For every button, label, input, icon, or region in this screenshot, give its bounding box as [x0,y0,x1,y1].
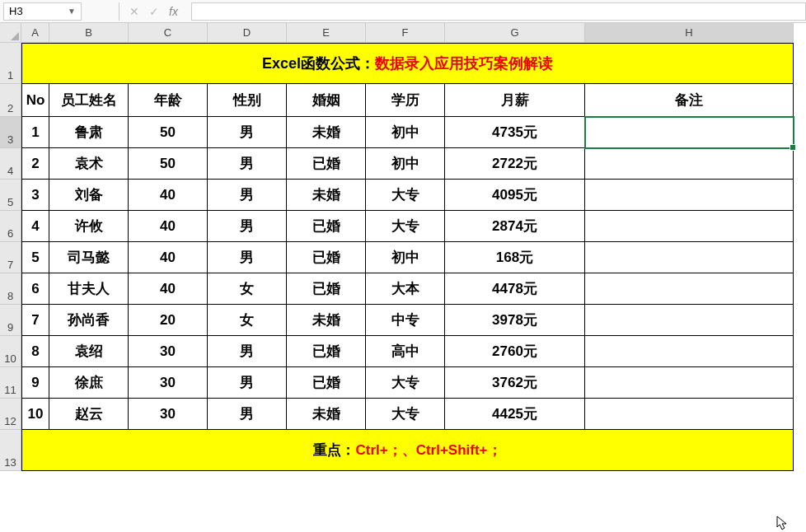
cell-no[interactable]: 7 [21,305,49,336]
cancel-icon[interactable]: ✕ [129,5,139,18]
cell-gender[interactable]: 男 [208,367,287,399]
column-header-G[interactable]: G [445,23,585,43]
cell-gender[interactable]: 女 [208,273,287,305]
cell-education[interactable]: 大专 [366,399,445,430]
cell-remark[interactable] [585,117,794,148]
cell-education[interactable]: 高中 [366,336,445,367]
cell-no[interactable]: 3 [21,180,49,211]
cell-age[interactable]: 40 [129,242,208,273]
cell-education[interactable]: 大专 [366,180,445,211]
cell-gender[interactable]: 男 [208,242,287,273]
cell-name[interactable]: 鲁肃 [49,117,129,148]
cell-remark[interactable] [585,367,794,399]
cell-gender[interactable]: 女 [208,305,287,336]
cell-remark[interactable] [585,273,794,305]
cell-salary[interactable]: 4425元 [445,399,585,430]
cell-marriage[interactable]: 已婚 [287,336,366,367]
cell-marriage[interactable]: 已婚 [287,148,366,180]
cell-age[interactable]: 30 [129,367,208,399]
cell-no[interactable]: 1 [21,117,49,148]
cell-remark[interactable] [585,305,794,336]
cell-remark[interactable] [585,148,794,180]
column-header-F[interactable]: F [366,23,445,43]
cell-name[interactable]: 许攸 [49,211,129,242]
cell-remark[interactable] [585,242,794,273]
column-header-C[interactable]: C [129,23,208,43]
header-no[interactable]: No [21,84,49,117]
cell-no[interactable]: 2 [21,148,49,180]
cell-education[interactable]: 大专 [366,211,445,242]
row-header-12[interactable]: 12 [0,399,21,430]
cell-remark[interactable] [585,211,794,242]
cell-no[interactable]: 10 [21,399,49,430]
cell-salary[interactable]: 3762元 [445,367,585,399]
column-header-D[interactable]: D [208,23,287,43]
cell-remark[interactable] [585,180,794,211]
cell-age[interactable]: 20 [129,305,208,336]
cell-education[interactable]: 中专 [366,305,445,336]
name-box[interactable]: H3 ▼ [3,2,82,21]
row-header-2[interactable]: 2 [0,84,21,117]
cell-education[interactable]: 初中 [366,148,445,180]
header-age[interactable]: 年龄 [129,84,208,117]
cell-gender[interactable]: 男 [208,399,287,430]
row-header-3[interactable]: 3 [0,117,21,148]
name-box-dropdown-icon[interactable]: ▼ [68,7,76,16]
cell-education[interactable]: 初中 [366,117,445,148]
cell-age[interactable]: 30 [129,399,208,430]
row-header-11[interactable]: 11 [0,367,21,399]
cell-age[interactable]: 40 [129,211,208,242]
row-header-6[interactable]: 6 [0,211,21,242]
cell-gender[interactable]: 男 [208,211,287,242]
header-gender[interactable]: 性别 [208,84,287,117]
cell-remark[interactable] [585,336,794,367]
cell-age[interactable]: 40 [129,273,208,305]
cell-age[interactable]: 50 [129,148,208,180]
row-header-1[interactable]: 1 [0,43,21,84]
accept-icon[interactable]: ✓ [149,5,159,18]
cell-name[interactable]: 孙尚香 [49,305,129,336]
row-header-4[interactable]: 4 [0,148,21,180]
cell-salary[interactable]: 3978元 [445,305,585,336]
cell-name[interactable]: 赵云 [49,399,129,430]
row-header-5[interactable]: 5 [0,180,21,211]
header-salary[interactable]: 月薪 [445,84,585,117]
cell-no[interactable]: 9 [21,367,49,399]
cell-marriage[interactable]: 未婚 [287,117,366,148]
cell-name[interactable]: 袁绍 [49,336,129,367]
cell-marriage[interactable]: 已婚 [287,242,366,273]
header-remark[interactable]: 备注 [585,84,794,117]
footer-cell[interactable]: 重点： Ctrl+；、Ctrl+Shift+； [21,430,794,471]
cell-age[interactable]: 50 [129,117,208,148]
row-header-8[interactable]: 8 [0,273,21,305]
title-cell[interactable]: Excel函数公式： 数据录入应用技巧案例解读 [21,43,794,84]
row-header-10[interactable]: 10 [0,336,21,367]
select-all-button[interactable] [0,23,21,43]
cell-marriage[interactable]: 已婚 [287,367,366,399]
cell-salary[interactable]: 2874元 [445,211,585,242]
formula-bar-input[interactable] [191,2,806,21]
cell-age[interactable]: 30 [129,336,208,367]
cell-name[interactable]: 袁术 [49,148,129,180]
cell-marriage[interactable]: 已婚 [287,273,366,305]
cell-marriage[interactable]: 未婚 [287,180,366,211]
cell-name[interactable]: 徐庶 [49,367,129,399]
cell-gender[interactable]: 男 [208,180,287,211]
cell-no[interactable]: 6 [21,273,49,305]
cell-age[interactable]: 40 [129,180,208,211]
cell-gender[interactable]: 男 [208,148,287,180]
column-header-B[interactable]: B [49,23,129,43]
cell-marriage[interactable]: 未婚 [287,305,366,336]
cell-name[interactable]: 甘夫人 [49,273,129,305]
cell-education[interactable]: 大本 [366,273,445,305]
cell-marriage[interactable]: 未婚 [287,399,366,430]
row-header-13[interactable]: 13 [0,430,21,471]
cell-remark[interactable] [585,399,794,430]
cell-education[interactable]: 大专 [366,367,445,399]
cell-no[interactable]: 4 [21,211,49,242]
column-header-H[interactable]: H [585,23,794,43]
cell-name[interactable]: 刘备 [49,180,129,211]
header-name[interactable]: 员工姓名 [49,84,129,117]
row-header-9[interactable]: 9 [0,305,21,336]
cell-salary[interactable]: 2760元 [445,336,585,367]
